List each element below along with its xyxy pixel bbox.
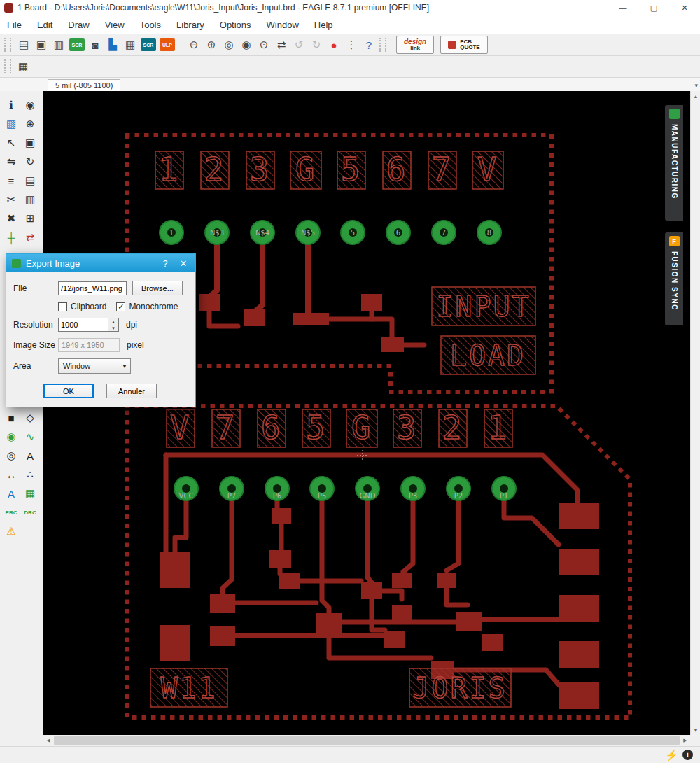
toolbar2-handle[interactable]: [4, 59, 11, 74]
file-input[interactable]: [58, 281, 127, 295]
scroll-left-icon[interactable]: ◀: [43, 736, 53, 746]
close-button[interactable]: ✕: [669, 0, 700, 15]
via-icon[interactable]: ◉: [3, 428, 20, 445]
errors-icon[interactable]: ⚠: [3, 523, 20, 540]
ratsnest-icon[interactable]: ∴: [22, 466, 38, 483]
clipboard-checkbox-box[interactable]: [58, 302, 67, 312]
menu-tools[interactable]: Tools: [140, 20, 161, 30]
rect-icon[interactable]: ■: [3, 410, 20, 426]
erc-check-icon[interactable]: ERC: [3, 504, 20, 521]
change-icon[interactable]: ▤: [22, 172, 38, 189]
menu-draw[interactable]: Draw: [68, 20, 89, 30]
polygon-icon[interactable]: ◇: [22, 410, 38, 426]
top-pads[interactable]: 1 N$3 N$4 N$5 5 6 7 8: [160, 220, 501, 244]
drc-check-icon[interactable]: DRC: [22, 504, 38, 521]
zoom-prev-icon[interactable]: ⊙: [255, 36, 272, 53]
chevron-down-icon[interactable]: ▾: [694, 82, 698, 89]
dialog-help-button[interactable]: ?: [156, 255, 174, 271]
zoom-in-icon[interactable]: ⊕: [203, 36, 220, 53]
menu-help[interactable]: Help: [314, 20, 333, 30]
meander-icon[interactable]: ↔: [3, 466, 20, 483]
scroll-down-icon[interactable]: ▼: [691, 725, 700, 735]
monochrome-checkbox[interactable]: ✓ Monochrome: [116, 302, 178, 312]
clipboard-checkbox[interactable]: Clipboard: [58, 302, 106, 312]
drc-icon[interactable]: ▦: [22, 485, 38, 502]
resolution-input[interactable]: [58, 318, 108, 332]
add-icon[interactable]: ⊞: [22, 210, 38, 227]
display-layers-icon[interactable]: ▧: [3, 115, 20, 132]
cam-icon[interactable]: SCR: [69, 38, 85, 51]
hole-icon[interactable]: ◎: [3, 447, 20, 464]
design-link-button[interactable]: design link: [396, 36, 434, 54]
power-status-icon[interactable]: ⚡: [665, 749, 678, 762]
cut-icon[interactable]: ✂: [3, 191, 20, 208]
bottom-board[interactable]: V 7 6 5 G 3 2 1: [127, 406, 630, 718]
scroll-right-icon[interactable]: ▶: [680, 736, 690, 746]
image-icon[interactable]: ◙: [87, 36, 104, 53]
menu-library[interactable]: Library: [176, 20, 204, 30]
script-icon[interactable]: SCR: [141, 38, 156, 51]
top-traces[interactable]: [199, 244, 424, 352]
zoom-fit-icon[interactable]: ◎: [220, 36, 237, 53]
chart-icon[interactable]: ▙: [104, 36, 121, 53]
menu-edit[interactable]: Edit: [37, 20, 52, 30]
bottom-pin-label-boxes[interactable]: V 7 6 5 G 3 2 1: [167, 409, 512, 447]
scroll-up-icon[interactable]: ▲: [691, 91, 700, 101]
tab-manufacturing[interactable]: MANUFACTURING: [665, 105, 683, 220]
help-icon[interactable]: ?: [360, 36, 377, 53]
ok-button[interactable]: OK: [43, 384, 94, 398]
save-icon[interactable]: ▣: [33, 36, 50, 53]
cancel-button[interactable]: Annuler: [106, 384, 157, 398]
grid-icon[interactable]: ▦: [15, 58, 31, 75]
redo-icon[interactable]: ↻: [308, 36, 325, 53]
spin-down-icon[interactable]: ▾: [108, 325, 118, 331]
autorouter-icon[interactable]: A: [3, 485, 20, 502]
browse-button[interactable]: Browse...: [132, 281, 183, 295]
pcb-quote-button[interactable]: PCB QUOTE: [440, 36, 487, 54]
horizontal-scrollbar[interactable]: ◀ ▶: [43, 735, 690, 746]
ripup-icon[interactable]: ⇄: [22, 229, 38, 246]
dialog-close-button[interactable]: ✕: [174, 255, 192, 271]
minimize-button[interactable]: —: [608, 0, 638, 15]
tab-fusion-sync[interactable]: F FUSION SYNC: [665, 232, 683, 326]
eye-icon[interactable]: ◉: [22, 97, 38, 113]
menu-view[interactable]: View: [105, 20, 125, 30]
route-icon[interactable]: ┼: [3, 229, 20, 246]
move-icon[interactable]: ↖: [3, 134, 20, 151]
open-board-icon[interactable]: ▤: [15, 36, 32, 53]
horizontal-scroll-thumb[interactable]: [54, 736, 680, 745]
pcb-canvas[interactable]: 1 2 3 G 5 6 7 V: [43, 91, 690, 735]
ulp-icon[interactable]: ULP: [160, 38, 175, 51]
bottom-board-texts[interactable]: W11 JORIS: [150, 668, 511, 707]
zoom-out-icon[interactable]: ⊖: [186, 36, 202, 53]
resolution-spinner[interactable]: ▴ ▾: [58, 318, 119, 332]
menu-window[interactable]: Window: [267, 20, 299, 30]
redraw-icon[interactable]: ⇄: [273, 36, 290, 53]
info-status-icon[interactable]: i: [682, 750, 693, 760]
more-icon[interactable]: ⋮: [343, 36, 360, 53]
signal-icon[interactable]: ∿: [22, 428, 38, 445]
menu-options[interactable]: Options: [220, 20, 251, 30]
group-icon[interactable]: ≡: [3, 172, 20, 189]
info-icon[interactable]: ℹ: [3, 97, 20, 113]
maximize-button[interactable]: ▢: [638, 0, 669, 15]
undo-icon[interactable]: ↺: [290, 36, 307, 53]
mirror-icon[interactable]: ⇋: [3, 153, 20, 170]
copy-icon[interactable]: ▣: [22, 134, 38, 151]
rotate-icon[interactable]: ↻: [22, 153, 38, 170]
toolbar-handle-2[interactable]: [379, 38, 386, 52]
spin-up-icon[interactable]: ▴: [108, 318, 118, 325]
mark-icon[interactable]: ⊕: [22, 115, 38, 132]
text-icon[interactable]: A: [22, 447, 38, 464]
menu-file[interactable]: File: [7, 20, 22, 30]
print-icon[interactable]: ▥: [50, 36, 67, 53]
dialog-titlebar[interactable]: Export Image ? ✕: [6, 254, 195, 272]
paste-icon[interactable]: ▥: [22, 191, 38, 208]
top-pin-label-boxes[interactable]: 1 2 3 G 5 6 7 V: [155, 150, 503, 189]
bottom-pads[interactable]: VCC P7 P6 P5 GND P3 P2 P1: [174, 477, 516, 500]
window-titlebar[interactable]: 1 Board - D:\Users\Joris\Documents\eagle…: [0, 0, 700, 15]
monochrome-checkbox-box[interactable]: ✓: [116, 302, 125, 312]
stop-icon[interactable]: ●: [326, 36, 342, 53]
delete-icon[interactable]: ✖: [3, 210, 20, 227]
area-select[interactable]: Window ▼: [58, 358, 131, 374]
